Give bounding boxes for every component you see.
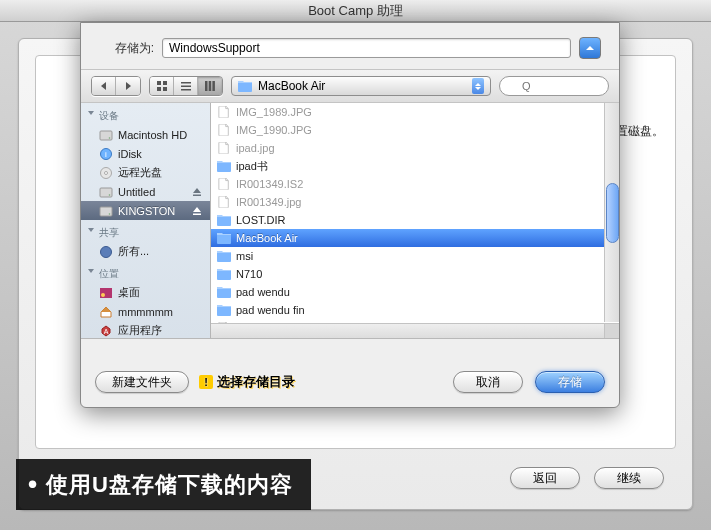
location-label: MacBook Air bbox=[258, 79, 325, 93]
sidebar-item--[interactable]: 所有... bbox=[81, 242, 210, 261]
svg-point-19 bbox=[109, 194, 111, 196]
chevron-up-icon bbox=[585, 43, 595, 53]
file-label: IMG_1989.JPG bbox=[236, 106, 312, 118]
column-hscrollbar[interactable] bbox=[211, 323, 604, 338]
file-label: IR001349.jpg bbox=[236, 196, 301, 208]
eject-icon[interactable] bbox=[192, 187, 202, 197]
triangle-right-icon bbox=[124, 82, 132, 90]
svg-point-24 bbox=[101, 293, 105, 297]
caption-overlay: 使用U盘存储下载的内容 bbox=[16, 459, 311, 510]
folder-icon bbox=[217, 232, 231, 244]
file-label: ipad书 bbox=[236, 159, 268, 174]
sidebar: 设备Macintosh HDiiDisk远程光盘UntitledKINGSTON… bbox=[81, 103, 211, 338]
save-button[interactable]: 存储 bbox=[535, 371, 605, 393]
back-button[interactable]: 返回 bbox=[510, 467, 580, 489]
file-row[interactable]: IMG_1989.JPG bbox=[211, 103, 619, 121]
view-column-button[interactable] bbox=[198, 77, 222, 95]
svg-text:i: i bbox=[105, 150, 107, 159]
window-title: Boot Camp 助理 bbox=[0, 0, 711, 22]
svg-rect-1 bbox=[163, 81, 167, 85]
column-scrollbar[interactable] bbox=[604, 103, 619, 322]
mid-hint: ! 选择存储目录 bbox=[199, 373, 295, 391]
view-list-button[interactable] bbox=[174, 77, 198, 95]
svg-rect-3 bbox=[163, 87, 167, 91]
file-row[interactable]: pad wendu▶ bbox=[211, 283, 619, 301]
popup-arrows-icon bbox=[472, 78, 484, 94]
sidebar-item--[interactable]: 桌面 bbox=[81, 283, 210, 302]
grid-icon bbox=[157, 81, 167, 91]
nav-forward-button[interactable] bbox=[116, 77, 140, 95]
svg-rect-0 bbox=[157, 81, 161, 85]
sidebar-item-idisk[interactable]: iiDisk bbox=[81, 144, 210, 163]
cancel-button[interactable]: 取消 bbox=[453, 371, 523, 393]
svg-rect-20 bbox=[100, 207, 112, 216]
save-as-input[interactable] bbox=[162, 38, 571, 58]
file-row[interactable]: LOST.DIR▶ bbox=[211, 211, 619, 229]
desktop-icon bbox=[99, 286, 113, 300]
file-label: N710 bbox=[236, 268, 262, 280]
continue-button[interactable]: 继续 bbox=[594, 467, 664, 489]
folder-icon bbox=[217, 268, 231, 280]
caption-text: 使用U盘存储下载的内容 bbox=[46, 470, 293, 500]
file-icon bbox=[217, 178, 231, 190]
file-label: IMG_1990.JPG bbox=[236, 124, 312, 136]
network-icon bbox=[99, 245, 113, 259]
file-label: MacBook Air bbox=[236, 232, 298, 244]
folder-icon bbox=[217, 286, 231, 298]
sidebar-item-label: mmmmmm bbox=[118, 306, 173, 318]
file-row[interactable]: IR001349.jpg bbox=[211, 193, 619, 211]
svg-point-17 bbox=[105, 171, 108, 174]
svg-rect-12 bbox=[100, 131, 112, 140]
svg-rect-8 bbox=[209, 81, 212, 91]
file-label: pad wendu bbox=[236, 286, 290, 298]
sidebar-item-kingston[interactable]: KINGSTON bbox=[81, 201, 210, 220]
new-folder-button[interactable]: 新建文件夹 bbox=[95, 371, 189, 393]
sidebar-item-untitled[interactable]: Untitled bbox=[81, 182, 210, 201]
file-row[interactable]: IMG_1990.JPG bbox=[211, 121, 619, 139]
file-row[interactable]: msi▶ bbox=[211, 247, 619, 265]
location-popup[interactable]: MacBook Air bbox=[231, 76, 491, 96]
sidebar-item-macintosh-hd[interactable]: Macintosh HD bbox=[81, 125, 210, 144]
svg-rect-5 bbox=[181, 86, 191, 88]
search-input[interactable] bbox=[499, 76, 609, 96]
sidebar-item-label: 远程光盘 bbox=[118, 165, 162, 180]
collapse-toggle-button[interactable] bbox=[579, 37, 601, 59]
view-switcher bbox=[149, 76, 223, 96]
svg-text:A: A bbox=[104, 328, 109, 335]
svg-rect-2 bbox=[157, 87, 161, 91]
scroll-corner bbox=[604, 323, 619, 338]
file-row[interactable]: ipad.jpg bbox=[211, 139, 619, 157]
sidebar-item-label: 桌面 bbox=[118, 285, 140, 300]
scrollbar-thumb[interactable] bbox=[606, 183, 619, 243]
sidebar-group-header[interactable]: 位置 bbox=[81, 261, 210, 283]
file-icon bbox=[217, 196, 231, 208]
sidebar-item--[interactable]: 远程光盘 bbox=[81, 163, 210, 182]
file-row[interactable]: IR001349.IS2 bbox=[211, 175, 619, 193]
list-icon bbox=[181, 81, 191, 91]
sidebar-item--[interactable]: A应用程序 bbox=[81, 321, 210, 338]
sidebar-group-header[interactable]: 共享 bbox=[81, 220, 210, 242]
sidebar-item-mmmmmm[interactable]: mmmmmm bbox=[81, 302, 210, 321]
hdd-icon bbox=[99, 128, 113, 142]
folder-icon bbox=[238, 80, 252, 92]
apps-icon: A bbox=[99, 324, 113, 338]
eject-icon[interactable] bbox=[192, 206, 202, 216]
file-label: LOST.DIR bbox=[236, 214, 286, 226]
file-row[interactable]: MacBook Air▶ bbox=[211, 229, 619, 247]
save-sheet: 存储为: MacBook Air 设备Macintosh HDiiDisk远程光… bbox=[80, 22, 620, 408]
svg-rect-7 bbox=[205, 81, 208, 91]
file-row[interactable]: pad wendu fin▶ bbox=[211, 301, 619, 319]
file-label: msi bbox=[236, 250, 253, 262]
file-icon bbox=[217, 142, 231, 154]
triangle-left-icon bbox=[100, 82, 108, 90]
file-row[interactable]: N710▶ bbox=[211, 265, 619, 283]
svg-point-13 bbox=[109, 137, 111, 139]
file-label: ipad.jpg bbox=[236, 142, 275, 154]
mid-hint-text: 选择存储目录 bbox=[217, 373, 295, 391]
file-row[interactable]: ipad书▶ bbox=[211, 157, 619, 175]
file-icon bbox=[217, 124, 231, 136]
sidebar-group-header[interactable]: 设备 bbox=[81, 103, 210, 125]
nav-back-button[interactable] bbox=[92, 77, 116, 95]
view-icon-button[interactable] bbox=[150, 77, 174, 95]
sheet-toolbar: MacBook Air bbox=[81, 69, 619, 103]
